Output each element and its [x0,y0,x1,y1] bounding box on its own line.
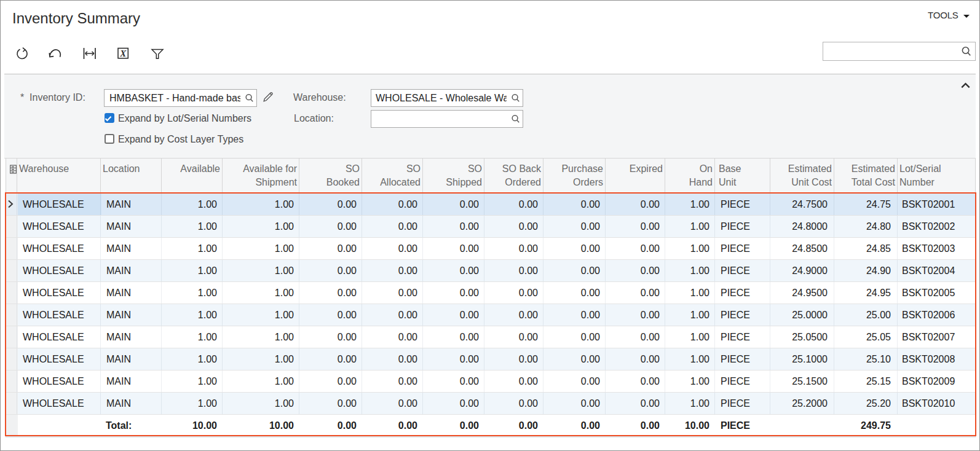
svg-text:X: X [119,49,127,58]
